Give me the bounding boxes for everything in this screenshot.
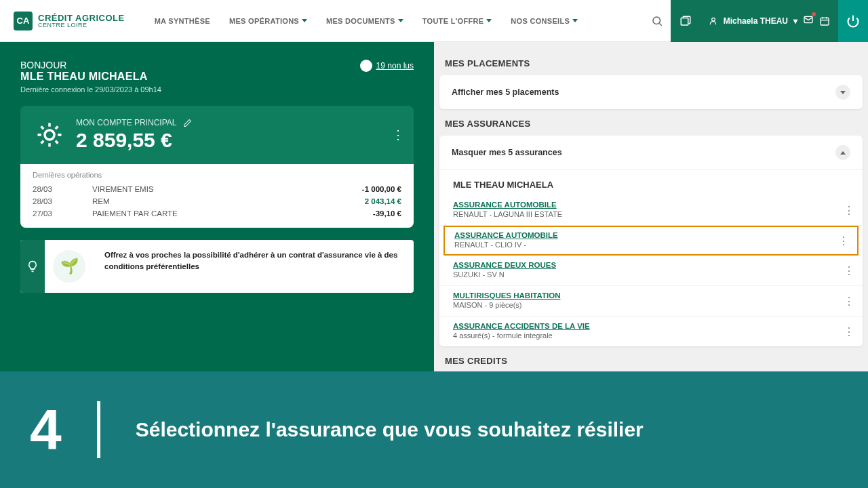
chevron-down-icon [302,19,307,22]
assurance-item[interactable]: ASSURANCE AUTOMOBILE RENAULT - LAGUNA II… [439,195,863,226]
assurance-detail: RENAULT - LAGUNA III ESTATE [453,210,849,218]
search-icon [651,15,663,27]
account-menu-button[interactable] [392,127,404,142]
windows-button[interactable] [671,0,701,42]
assurance-menu-button[interactable] [844,295,854,308]
search-button[interactable] [644,6,671,36]
windows-icon [679,15,692,27]
assurance-link[interactable]: ASSURANCE AUTOMOBILE [453,201,849,209]
user-menu[interactable]: Michaela THEAU ▾ [701,0,838,42]
op-date: 28/03 [33,185,92,193]
assurance-item[interactable]: ASSURANCE DEUX ROUES SUZUKI - SV N [439,256,863,286]
svg-rect-2 [681,18,688,25]
op-date: 28/03 [33,197,92,205]
assurance-detail: 4 assuré(s) - formule integrale [453,331,849,340]
main-nav: MA SYNTHÈSE MES OPÉRATIONS MES DOCUMENTS… [155,17,578,25]
assurance-item[interactable]: ASSURANCE AUTOMOBILE RENAULT - CLIO IV - [443,226,859,256]
chevron-down-icon [486,19,492,22]
assurance-detail: MAISON - 9 pièce(s) [453,301,849,309]
svg-line-18 [56,127,58,129]
op-amount: -39,10 € [340,209,401,218]
assurance-link[interactable]: MULTIRISQUES HABITATION [453,291,849,300]
user-name: Michaela THEAU [724,16,788,26]
assurance-menu-button[interactable] [844,204,854,217]
left-panel: BONJOUR MLE THEAU MICHAELA Dernière conn… [0,42,434,371]
logo-sub: CENTRE LOIRE [38,22,125,28]
assurance-detail: SUZUKI - SV N [453,270,849,279]
instruction-divider [97,401,100,458]
instruction-banner: 4 Sélectionnez l'assurance que vous souh… [0,371,868,488]
logo-main: CRÉDIT AGRICOLE [38,14,125,22]
account-title: MON COMPTE PRINCIPAL [76,118,176,127]
operations-table: Dernières opérations 28/03 VIREMENT EMIS… [20,164,414,228]
assurances-card: Masquer mes 5 assurances MLE THEAU MICHA… [439,136,863,346]
operation-row[interactable]: 28/03 VIREMENT EMIS -1 000,00 € [33,183,401,195]
assurance-link[interactable]: ASSURANCE ACCIDENTS DE LA VIE [453,322,849,330]
logout-button[interactable] [838,0,868,42]
promo-text: Offrez à vos proches la possibilité d'ad… [94,240,414,293]
logo-icon: CA [14,12,33,30]
assurances-owner: MLE THEAU MICHAELA [439,170,863,195]
svg-point-10 [45,130,54,140]
placements-toggle-label: Afficher mes 5 placements [452,87,559,97]
chevron-up-icon [835,145,850,160]
assurance-link[interactable]: ASSURANCE AUTOMOBILE [454,231,848,239]
greeting-name: MLE THEAU MICHAELA [20,70,161,83]
promo-image: 🌱 [45,240,94,293]
calendar-icon[interactable] [819,16,830,26]
svg-point-3 [711,18,715,21]
right-panel: MES PLACEMENTS Afficher mes 5 placements… [434,42,868,371]
lightbulb-icon [26,260,39,272]
account-balance: 2 859,55 € [76,129,192,152]
svg-rect-5 [821,18,829,25]
svg-line-15 [41,127,44,129]
op-date: 27/03 [33,209,92,218]
chevron-down-icon [398,19,403,22]
nav-operations[interactable]: MES OPÉRATIONS [229,17,307,25]
placements-toggle[interactable]: Afficher mes 5 placements [439,75,863,109]
plant-icon: 🌱 [53,250,85,283]
nav-synthesis[interactable]: MA SYNTHÈSE [155,17,210,25]
op-label: VIREMENT EMIS [92,185,340,193]
assurance-link[interactable]: ASSURANCE DEUX ROUES [453,261,849,269]
assurance-menu-button[interactable] [844,264,854,277]
mail-button[interactable] [803,14,814,27]
nav-advice[interactable]: NOS CONSEILS [511,17,578,25]
logo[interactable]: CA CRÉDIT AGRICOLE CENTRE LOIRE [0,12,138,30]
assurances-toggle[interactable]: Masquer mes 5 assurances [439,136,863,170]
op-label: PAIEMENT PAR CARTE [92,209,340,218]
notification-dot [812,12,816,16]
unread-messages-link[interactable]: ✉ 19 non lus [360,60,414,72]
edit-icon[interactable] [183,119,192,127]
chevron-down-icon [835,85,850,100]
user-icon [709,16,718,26]
assurance-item[interactable]: MULTIRISQUES HABITATION MAISON - 9 pièce… [439,286,863,317]
assurance-item[interactable]: ASSURANCE ACCIDENTS DE LA VIE 4 assuré(s… [439,317,863,346]
nav-documents[interactable]: MES DOCUMENTS [326,17,403,25]
promo-card[interactable]: 🌱 Offrez à vos proches la possibilité d'… [20,240,414,293]
greeting-hello: BONJOUR [20,60,161,70]
assurances-toggle-label: Masquer mes 5 assurances [452,148,562,157]
placements-title: MES PLACEMENTS [445,58,857,68]
op-amount: -1 000,00 € [340,185,401,193]
assurance-menu-button[interactable] [838,235,849,247]
assurance-menu-button[interactable] [844,325,854,338]
nav-offers[interactable]: TOUTE L'OFFRE [422,17,492,25]
operation-row[interactable]: 28/03 REM 2 043,14 € [33,195,401,207]
main-account-card: MON COMPTE PRINCIPAL 2 859,55 € Dernière… [20,106,414,228]
op-label: REM [92,197,340,205]
svg-line-17 [41,141,44,144]
assurances-title: MES ASSURANCES [445,119,857,129]
credits-title: MES CREDITS [445,356,857,366]
instruction-text: Sélectionnez l'assurance que vous souhai… [136,418,644,441]
mail-badge-icon: ✉ [360,60,372,72]
svg-line-16 [56,141,58,144]
sun-icon [35,121,64,149]
power-icon [846,14,860,28]
operation-row[interactable]: 27/03 PAIEMENT PAR CARTE -39,10 € [33,207,401,220]
svg-line-1 [659,23,661,25]
promo-accent [20,240,45,293]
caret-down-icon: ▾ [793,16,797,26]
top-bar: CA CRÉDIT AGRICOLE CENTRE LOIRE MA SYNTH… [0,0,868,42]
operations-title: Dernières opérations [33,171,401,179]
